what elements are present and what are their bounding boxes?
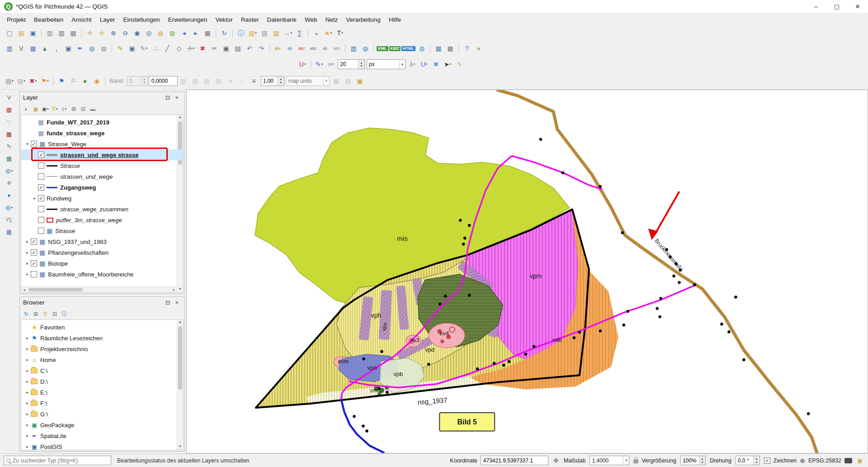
north-compass-icon[interactable]: ✛ bbox=[3, 177, 15, 189]
open-data-source-manager-icon[interactable]: ▥ bbox=[4, 43, 15, 54]
menu-einstellungen[interactable]: Einstellungen bbox=[119, 15, 164, 24]
add-vector-layer-icon[interactable]: V bbox=[16, 43, 27, 54]
expander-icon[interactable]: ▸ bbox=[24, 401, 31, 405]
menu-projekt[interactable]: Projekt bbox=[3, 15, 30, 24]
enable-tracing-icon[interactable]: U▾ bbox=[419, 59, 429, 70]
coordinate-input[interactable] bbox=[481, 456, 548, 465]
add-spatialite-layer-icon[interactable]: ✒ bbox=[75, 43, 85, 54]
expander-icon[interactable]: ▸ bbox=[24, 357, 31, 362]
layer-visibility-checkbox[interactable] bbox=[38, 228, 44, 234]
save-project-icon[interactable]: ▣ bbox=[28, 28, 38, 38]
layer-tree-item[interactable]: strassen_und_wege bbox=[21, 171, 183, 182]
browser-item-postgis[interactable]: ▸▣PostGIS bbox=[21, 441, 183, 450]
full-contrast-enhance-icon[interactable]: ▥ bbox=[213, 76, 224, 86]
manage-map-themes-icon[interactable]: ◉▾ bbox=[41, 105, 50, 114]
menu-vektor[interactable]: Vektor bbox=[212, 15, 237, 24]
vector-toolbox-icon[interactable]: V bbox=[3, 92, 15, 103]
layer-visibility-checkbox[interactable]: ✓ bbox=[31, 238, 37, 245]
filter-legend-icon[interactable]: ∇▾ bbox=[50, 105, 59, 114]
layer-tree-item[interactable]: ▸✓Rundweg bbox=[21, 193, 183, 204]
zoom-full-icon[interactable]: ◎ bbox=[143, 28, 154, 38]
layer-visibility-checkbox[interactable]: ✓ bbox=[31, 249, 37, 256]
dropdown-arrow-icon[interactable]: ▾ bbox=[255, 31, 257, 35]
dropdown-arrow-icon[interactable]: ▾ bbox=[304, 62, 306, 66]
redo-icon[interactable]: ↷ bbox=[256, 43, 267, 54]
measure-icon[interactable]: ↔▾ bbox=[283, 28, 293, 38]
layer-tree-item[interactable]: ▸✓▦Pflanzengesellschaften bbox=[21, 247, 183, 258]
layer-tree-item[interactable]: ▸✓▦NSG_1937_und_1983 bbox=[21, 236, 183, 247]
web-service-icon[interactable]: ◍ bbox=[416, 43, 427, 54]
menu-web[interactable]: Web bbox=[301, 15, 321, 24]
export-kmz-icon[interactable]: KMZ bbox=[389, 43, 401, 54]
layer-visibility-presets-icon[interactable]: ▤▾ bbox=[16, 76, 27, 86]
layer-tree-item[interactable]: ▦Funde_WT_2017_2019 bbox=[21, 117, 183, 128]
layer-visibility-checkbox[interactable] bbox=[38, 217, 44, 223]
expander-icon[interactable]: ▸ bbox=[31, 196, 38, 200]
dropdown-arrow-icon[interactable]: ▾ bbox=[291, 31, 292, 35]
float-panel-icon[interactable]: ⊡ bbox=[163, 93, 172, 102]
locator-search[interactable] bbox=[4, 456, 111, 465]
local-histogram-stretch-icon[interactable]: ▥ bbox=[178, 76, 189, 86]
scale-combo[interactable]: 1:4000▾ bbox=[590, 456, 629, 465]
minimize-button[interactable]: – bbox=[806, 0, 826, 13]
layer-visibility-checkbox[interactable] bbox=[38, 206, 44, 212]
pan-map-icon[interactable]: ✛ bbox=[85, 28, 95, 38]
menu-netz[interactable]: Netz bbox=[321, 15, 342, 24]
log-icon[interactable]: ▣ bbox=[856, 457, 864, 465]
expander-icon[interactable]: ▸ bbox=[24, 434, 31, 438]
add-mesh-layer-icon[interactable]: ▲ bbox=[39, 43, 50, 54]
expander-icon[interactable]: ▾ bbox=[24, 142, 31, 146]
float-panel-icon[interactable]: ⊡ bbox=[163, 298, 172, 307]
dropdown-arrow-icon[interactable]: ▾ bbox=[47, 107, 49, 111]
expander-icon[interactable]: ▸ bbox=[24, 336, 31, 340]
dropdown-arrow-icon[interactable]: ▾ bbox=[450, 62, 452, 66]
raster-value-input[interactable] bbox=[149, 76, 178, 86]
layer-visibility-checkbox[interactable]: ✓ bbox=[38, 152, 44, 158]
snap-unit-select[interactable]: px▾ bbox=[367, 59, 406, 69]
current-edits-icon[interactable]: ✎▾ bbox=[138, 43, 149, 54]
layer-visibility-checkbox[interactable]: ✓ bbox=[38, 195, 44, 201]
save-layer-edits-icon[interactable]: ▣ bbox=[127, 43, 137, 54]
zoom-last-icon[interactable]: ◂ bbox=[179, 28, 189, 38]
expander-icon[interactable]: ▸ bbox=[24, 423, 31, 427]
georeferencer-icon[interactable]: ● bbox=[80, 76, 90, 86]
menu-bearbeiten[interactable]: Bearbeiten bbox=[30, 15, 67, 24]
expander-icon[interactable]: ▸ bbox=[24, 412, 31, 416]
menu-layer[interactable]: Layer bbox=[96, 15, 119, 24]
expand-all-icon[interactable]: ⊞ bbox=[69, 105, 78, 114]
browser-item-home[interactable]: ▸⌂Home bbox=[21, 354, 183, 365]
pan-to-selection-icon[interactable]: ✛ bbox=[96, 28, 107, 38]
select-by-form-icon[interactable]: ▨ bbox=[271, 28, 282, 38]
show-pinned-labels-icon[interactable]: ⚐ bbox=[68, 76, 79, 86]
layer-labeling-icon[interactable]: abc bbox=[273, 43, 283, 54]
pin-annotation-icon[interactable]: ⚑▾ bbox=[39, 76, 50, 86]
layer-tree-item[interactable]: ▦Strasse bbox=[21, 225, 183, 236]
layer-visibility-checkbox[interactable]: ✓ bbox=[31, 141, 37, 147]
filter-by-expression-icon[interactable]: ε▾ bbox=[60, 105, 69, 114]
close-panel-icon[interactable]: × bbox=[172, 298, 181, 307]
expander-icon[interactable]: ▸ bbox=[24, 347, 31, 351]
add-postgis-layer-icon[interactable]: ▣ bbox=[63, 43, 74, 54]
db-manager-icon[interactable]: ▥ bbox=[348, 43, 359, 54]
browser-item-spatialite[interactable]: ▸✒SpatiaLite bbox=[21, 430, 183, 441]
raster-calculator-icon[interactable]: ▦ bbox=[331, 76, 342, 86]
export-html-icon[interactable]: HTML bbox=[401, 43, 415, 54]
layout-manager-icon[interactable]: ▩ bbox=[68, 28, 79, 38]
statistics-icon[interactable]: ∑ bbox=[294, 28, 305, 38]
open-attribute-table-icon[interactable]: ▦ bbox=[445, 43, 456, 54]
labeling-rules-icon[interactable]: abc bbox=[296, 43, 307, 54]
map-units-select[interactable]: map units▾ bbox=[286, 76, 330, 86]
pin-labels-tool-icon[interactable]: abc bbox=[308, 43, 319, 54]
dropdown-arrow-icon[interactable]: ▾ bbox=[341, 31, 343, 35]
browser-item-geopackage[interactable]: ▸▣GeoPackage bbox=[21, 419, 183, 430]
collapse-all-icon[interactable]: ⊟ bbox=[79, 105, 88, 114]
add-xyz-layer-icon[interactable]: ◍ bbox=[98, 43, 109, 54]
layer-tree-item[interactable]: ▾✓▦Strasse_Wege bbox=[21, 138, 183, 149]
close-panel-icon[interactable]: × bbox=[172, 93, 181, 102]
snap-tolerance-spinner[interactable]: ▲▼ bbox=[338, 59, 365, 69]
layer-visibility-checkbox[interactable] bbox=[31, 271, 37, 277]
expander-icon[interactable]: ▸ bbox=[24, 379, 31, 384]
expander-icon[interactable]: ▸ bbox=[24, 239, 31, 244]
add-raster-layer-icon[interactable]: ▦ bbox=[28, 43, 38, 54]
dropdown-arrow-icon[interactable]: ▾ bbox=[426, 62, 428, 66]
